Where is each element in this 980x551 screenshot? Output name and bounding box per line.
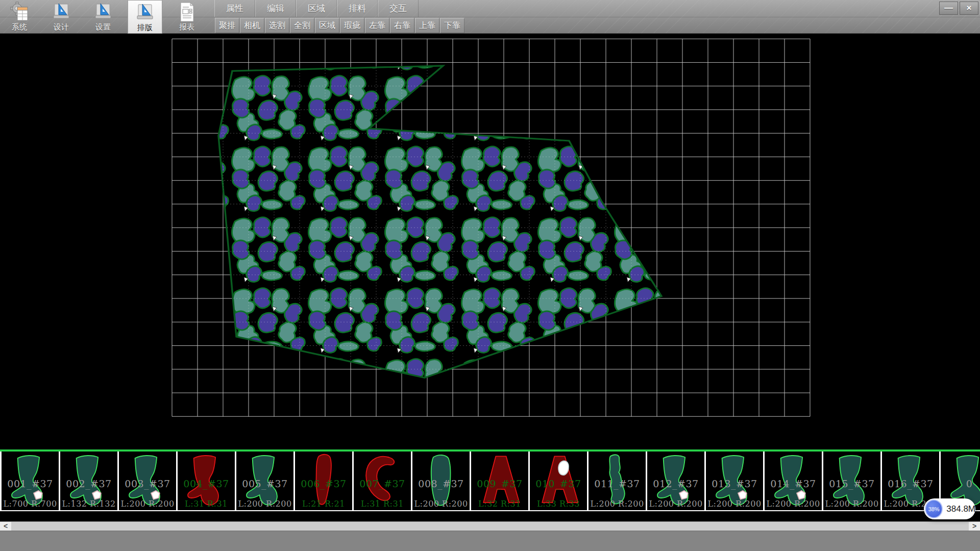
thumbnail-cell-11[interactable]: 011_#37L:200 R:200 [589, 452, 647, 510]
thumbnail-cell-4[interactable]: 004_#37L:31 R:31 [178, 452, 236, 510]
thumbnail-cell-8[interactable]: 008_#37L:200 R:200 [412, 452, 471, 510]
status-bar [0, 531, 980, 551]
tool-button-3[interactable]: 选割 [265, 18, 289, 33]
part-lr-count-label: L:31 R:31 [178, 499, 235, 509]
nav-button-label: 设计 [54, 22, 69, 32]
part-lr-count-label: L:33 R:33 [530, 499, 587, 509]
scroll-right-arrow-icon[interactable]: > [969, 522, 980, 531]
memory-percent-indicator: 38% [925, 499, 943, 518]
part-lr-count-label: L:700 R:700 [2, 499, 59, 509]
part-lr-count-label: L:31 R:31 [354, 499, 411, 509]
minimize-button[interactable]: — [939, 2, 958, 15]
thumbnail-cell-7[interactable]: 007_#37L:31 R:31 [354, 452, 412, 510]
memory-usage-badge[interactable]: 38% 384.8M [924, 498, 975, 519]
thumbnail-cell-2[interactable]: 002_#37L:132 R:132 [60, 452, 119, 510]
part-id-label: 005_#37 [236, 478, 293, 489]
nav-button-label: 报表 [179, 22, 194, 32]
part-id-label: 006_#37 [295, 478, 352, 489]
part-id-label: 015_#37 [823, 478, 880, 489]
settings-ruler-icon [93, 1, 113, 22]
part-id-label: 009_#37 [471, 478, 528, 489]
menu-tab-row: 属性编辑区域排料交互 [214, 0, 419, 17]
part-lr-count-label: L:132 R:132 [60, 499, 117, 509]
tool-button-5[interactable]: 区域 [315, 18, 339, 33]
nesting-ruler-icon [135, 2, 155, 23]
tool-button-10[interactable]: 下靠 [440, 18, 464, 33]
part-id-label: 007_#37 [354, 478, 411, 489]
horizontal-scrollbar[interactable]: < > [0, 521, 980, 531]
thumbnail-cell-5[interactable]: 005_#37L:200 R:200 [236, 452, 295, 510]
part-id-label: 004_#37 [178, 478, 235, 489]
part-id-label: 013_#37 [706, 478, 763, 489]
close-button[interactable]: × [960, 2, 978, 15]
nested-hide-shape[interactable] [218, 66, 662, 378]
window-controls: — × [939, 2, 978, 15]
part-id-label: 016_#37 [882, 478, 939, 489]
part-id-label: 010_#37 [530, 478, 587, 489]
application-window: 系统设计设置排版报表 属性编辑区域排料交互 聚排相机选割全割区域瑕疵左靠右靠上靠… [0, 0, 980, 551]
nav-button-label: 排版 [137, 23, 153, 32]
menu-tab-3[interactable]: 区域 [296, 0, 337, 17]
memory-value-label: 384.8M [946, 504, 975, 514]
part-lr-count-label: L:200 R:200 [706, 499, 763, 509]
part-lr-count-label: L:200 R:200 [236, 499, 293, 509]
header-toolbar: 系统设计设置排版报表 属性编辑区域排料交互 聚排相机选割全割区域瑕疵左靠右靠上靠… [0, 0, 980, 34]
part-id-label: 014_#37 [765, 478, 822, 489]
part-id-label: 011_#37 [589, 478, 646, 489]
part-lr-count-label: L:32 R:31 [471, 499, 528, 509]
tool-button-8[interactable]: 右靠 [390, 18, 414, 33]
thumbnail-cell-12[interactable]: 012_#37L:200 R:200 [647, 452, 706, 510]
part-lr-count-label: L:200 R:200 [119, 499, 176, 509]
tool-button-1[interactable]: 聚排 [215, 18, 239, 33]
nav-button-1[interactable]: 系统 [2, 0, 37, 34]
part-id-label: 001_#37 [2, 478, 59, 489]
part-lr-count-label: L:200 R:200 [823, 499, 880, 509]
menu-tab-5[interactable]: 交互 [378, 0, 419, 17]
part-id-label: 012_#37 [647, 478, 704, 489]
report-icon [177, 1, 197, 22]
nesting-canvas-svg [0, 34, 980, 449]
nesting-canvas[interactable] [0, 34, 980, 449]
part-lr-count-label: L:200 R:200 [412, 499, 470, 509]
nav-button-label: 设置 [95, 22, 111, 32]
thumbnail-cell-14[interactable]: 014_#37L:200 R:200 [765, 452, 823, 510]
part-id-label: 003_#37 [119, 478, 176, 489]
part-id-label: 002_#37 [60, 478, 117, 489]
design-ruler-icon [51, 1, 71, 22]
part-lr-count-label: L:200 R:200 [589, 499, 646, 509]
menu-tab-1[interactable]: 属性 [214, 0, 255, 17]
part-id-label: 008_#37 [412, 478, 470, 489]
menu-tab-4[interactable]: 排料 [337, 0, 378, 17]
tool-button-row: 聚排相机选割全割区域瑕疵左靠右靠上靠下靠 [215, 17, 464, 34]
tool-button-9[interactable]: 上靠 [415, 18, 439, 33]
thumbnail-cell-13[interactable]: 013_#37L:200 R:200 [706, 452, 765, 510]
part-id-label: 0 [941, 478, 980, 489]
nav-button-4[interactable]: 排版 [128, 0, 162, 34]
tool-button-7[interactable]: 左靠 [365, 18, 389, 33]
nav-button-2[interactable]: 设计 [44, 0, 79, 34]
main-nav-buttons: 系统设计设置排版报表 [2, 0, 204, 34]
thumbnail-cell-10[interactable]: 010_#37L:33 R:33 [530, 452, 589, 510]
nav-button-3[interactable]: 设置 [86, 0, 120, 34]
tool-button-2[interactable]: 相机 [240, 18, 264, 33]
part-lr-count-label: L:21 R:21 [295, 499, 352, 509]
part-lr-count-label: L:200 R:200 [647, 499, 704, 509]
tool-button-4[interactable]: 全割 [290, 18, 314, 33]
tool-button-6[interactable]: 瑕疵 [340, 18, 364, 33]
thumbnail-cell-3[interactable]: 003_#37L:200 R:200 [119, 452, 178, 510]
nav-button-5[interactable]: 报表 [169, 0, 204, 34]
parts-thumbnail-strip: 001_#37L:700 R:700002_#37L:132 R:132003_… [0, 452, 980, 511]
scroll-left-arrow-icon[interactable]: < [0, 522, 11, 531]
nav-button-label: 系统 [12, 22, 27, 32]
thumbnail-cell-1[interactable]: 001_#37L:700 R:700 [2, 452, 60, 510]
thumbnail-cell-15[interactable]: 015_#37L:200 R:200 [823, 452, 882, 510]
part-lr-count-label: L:200 R:200 [765, 499, 822, 509]
system-gear-icon [9, 1, 30, 22]
menu-tab-2[interactable]: 编辑 [255, 0, 296, 17]
thumbnail-cell-9[interactable]: 009_#37L:32 R:31 [471, 452, 530, 510]
thumbnail-cell-6[interactable]: 006_#37L:21 R:21 [295, 452, 354, 510]
